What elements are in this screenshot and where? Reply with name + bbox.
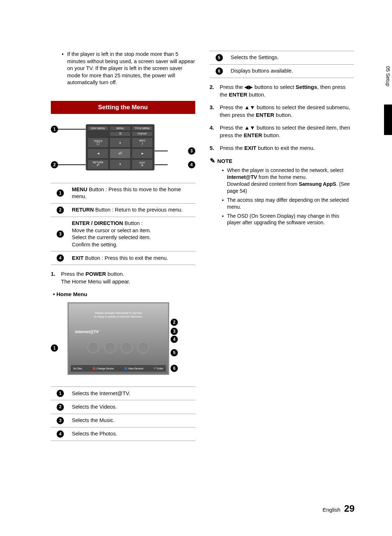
- bar-view-devices: View Devices: [124, 367, 143, 370]
- remote-description-table: 1MENU Button : Press this to move to the…: [51, 183, 195, 265]
- home-menu-description-table: 1Selects the Internet@TV.2Selects the Vi…: [51, 386, 195, 441]
- btn-popup: POPUP: [132, 131, 153, 136]
- bar-no-disc: No Disc: [73, 367, 82, 370]
- step-number: 1.: [51, 270, 58, 285]
- table-row: 5Selects the Settings.: [210, 51, 354, 65]
- btn-exit: EXIT✕: [132, 159, 153, 169]
- chapter-label: 05 Setup: [385, 66, 391, 86]
- home-menu-diagram: 1 2 3 4 5 6 Please activate Internet@TV …: [51, 302, 195, 379]
- music-icon: [104, 342, 116, 353]
- home-menu-heading: • Home Menu: [51, 291, 195, 297]
- left-column: If the player is left in the stop mode m…: [51, 51, 195, 441]
- note-item: The OSD (On Screen Display) may change i…: [210, 213, 354, 226]
- table-row: 4Selects the Photos.: [51, 427, 195, 441]
- bar-change-device: Change Device: [93, 367, 114, 370]
- note-icon: ✎: [210, 157, 215, 165]
- tv-banner: Please activate Internet@TV service to e…: [72, 311, 165, 318]
- remote-diagram: 1 2 3 4 DISC MENU MENU TITLE MENU ☰: [51, 124, 195, 175]
- bar-enter: ⏎ Enter: [154, 367, 163, 370]
- table-row: 3Selects the Music.: [51, 414, 195, 427]
- note-label: NOTE: [217, 158, 233, 164]
- callout-1: 1: [51, 126, 58, 133]
- hm-callout-4: 4: [171, 336, 178, 343]
- hm-callout-3: 3: [171, 328, 178, 335]
- photo-icon: [121, 342, 132, 353]
- callout-3: 3: [188, 147, 195, 155]
- step-4: 4.Press the ▲▼ buttons to select the des…: [210, 124, 354, 139]
- tv-brand-label: Internet@TV: [75, 330, 165, 334]
- note-item: When the player is connected to the netw…: [210, 167, 354, 195]
- tv-bottom-bar: No Disc Change Device View Devices ⏎ Ent…: [71, 365, 166, 372]
- table-row: 1Selects the Internet@TV.: [51, 387, 195, 400]
- hm-callout-2: 2: [171, 319, 178, 326]
- step-2: 2.Press the ◀▶ buttons to select Setting…: [210, 83, 354, 98]
- step-1: 1. Press the POWER button.The Home Menu …: [51, 270, 195, 285]
- table-row: 4EXIT Button : Press this to exit the me…: [51, 251, 195, 265]
- step-text: Press the POWER button.The Home Menu wil…: [61, 270, 130, 285]
- btn-enter: ⏎: [110, 148, 131, 159]
- hm-callout-5: 5: [171, 349, 178, 356]
- note-item: The access step may differ depending on …: [210, 197, 354, 210]
- btn-home-icon: ☰: [110, 131, 131, 136]
- btn-return: RETURN↶: [87, 159, 109, 169]
- step-5: 5.Press the EXIT button to exit the menu…: [210, 144, 354, 152]
- tv-screenshot: Please activate Internet@TV service to e…: [68, 302, 169, 375]
- btn-tools: TOOLS☐: [87, 138, 109, 148]
- table-row: 6Displays buttons available.: [210, 65, 354, 78]
- video-icon: [87, 342, 99, 353]
- remote-control: DISC MENU MENU TITLE MENU ☰ POPUP TOOLS☐…: [86, 124, 155, 171]
- step-3: 3.Press the ▲▼ buttons to select the des…: [210, 103, 354, 119]
- manual-page: 05 Setup If the player is left in the st…: [0, 0, 392, 536]
- section-setting-the-menu: Setting the Menu: [51, 101, 195, 114]
- callout-2: 2: [51, 161, 58, 168]
- table-row: 1MENU Button : Press this to move to the…: [51, 183, 195, 203]
- btn-up: ▲: [110, 138, 131, 148]
- footer-page-number: 29: [344, 503, 355, 514]
- btn-title-menu: TITLE MENU: [132, 126, 153, 131]
- settings-icon: [138, 342, 149, 353]
- btn-disc-menu: DISC MENU: [87, 126, 109, 131]
- table-row: 2RETURN Button : Return to the previous …: [51, 203, 195, 217]
- page-footer: English 29: [323, 503, 355, 514]
- hm-callout-1: 1: [51, 344, 58, 352]
- btn-menu-top: MENU: [110, 126, 131, 131]
- home-menu-description-table-cont: 5Selects the Settings.6Displays buttons …: [210, 51, 354, 78]
- note-heading: ✎ NOTE: [210, 157, 354, 165]
- table-row: 3ENTER / DIRECTION Button :Move the curs…: [51, 217, 195, 251]
- footer-language: English: [323, 507, 340, 513]
- tv-icon-row: [72, 342, 165, 353]
- btn-down: ▼: [110, 159, 131, 169]
- section-tab-marker: [384, 105, 392, 135]
- hm-callout-6: 6: [171, 365, 178, 372]
- table-row: 2Selects the Videos.: [51, 400, 195, 414]
- btn-info: INFOi: [132, 138, 153, 148]
- btn-left: ◀: [87, 148, 109, 159]
- right-column: 5Selects the Settings.6Displays buttons …: [210, 51, 354, 441]
- chapter-tab: 05 Setup: [384, 60, 392, 93]
- callout-4: 4: [188, 161, 195, 168]
- btn-right: ▶: [132, 148, 153, 159]
- screensaver-note: If the player is left in the stop mode m…: [51, 51, 195, 86]
